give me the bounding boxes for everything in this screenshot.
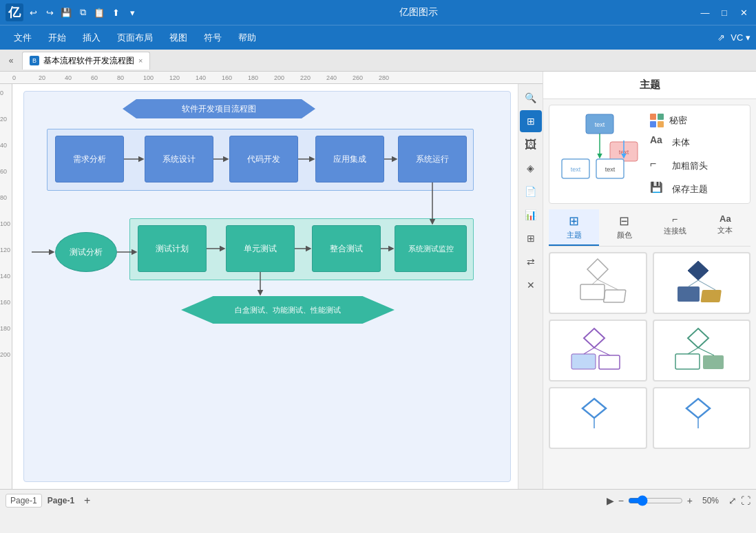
zoom-slider[interactable] [628, 495, 683, 506]
sidebar-chart-icon[interactable]: 📊 [520, 204, 542, 226]
theme-option-secret[interactable]: 秘密 [650, 114, 744, 127]
theme-options: 秘密 Aa 未体 ⌐ 加粗箭头 💾 保存主题 [650, 111, 744, 198]
node-system-design[interactable]: 系统设计 [145, 136, 213, 182]
canvas-area: 0 20 40 60 80 100 120 140 160 180 200 22… [0, 72, 543, 489]
horizontal-ruler: 0 20 40 60 80 100 120 140 160 180 200 22… [0, 72, 543, 84]
node-test-analysis[interactable]: 测试分析 [55, 232, 117, 272]
svg-text:text: text [571, 166, 581, 173]
zoom-in-button[interactable]: + [687, 495, 693, 506]
save-button[interactable]: 💾 [59, 6, 73, 19]
svg-rect-38 [703, 355, 724, 369]
theme-card-5[interactable] [549, 387, 647, 449]
theme-card-1[interactable] [549, 252, 647, 314]
toolbar-right-tools[interactable]: ⇗ VC ▾ [717, 32, 750, 43]
paste-button[interactable]: 📋 [92, 6, 106, 19]
zoom-out-button[interactable]: − [618, 495, 624, 506]
sidebar-theme-icon[interactable]: ⊞ [520, 110, 542, 132]
sidebar-search-icon[interactable]: 🔍 [520, 87, 542, 109]
tab-theme[interactable]: ⊞ 主题 [549, 209, 599, 246]
theme-card-4[interactable] [653, 320, 751, 382]
svg-line-34 [584, 348, 594, 354]
vc-button[interactable]: VC ▾ [731, 32, 750, 43]
theme-cards-row-2 [549, 320, 750, 382]
fullscreen-button[interactable]: ⛶ [741, 495, 750, 506]
theme-card-2[interactable] [653, 252, 751, 314]
tab-file-icon: B [30, 56, 39, 65]
menu-layout[interactable]: 页面布局 [109, 29, 161, 47]
menu-view[interactable]: 视图 [161, 29, 196, 47]
tab-flowchart[interactable]: B 基本流程软件开发流程图 × [22, 52, 150, 70]
menu-bar: 文件 开始 插入 页面布局 视图 符号 帮助 ⇗ VC ▾ [0, 25, 756, 50]
menu-symbol[interactable]: 符号 [196, 29, 230, 47]
node-unit-test[interactable]: 单元测试 [226, 225, 295, 272]
tab-expand-button[interactable]: « [3, 52, 19, 69]
node-system-run[interactable]: 系统运行 [398, 136, 467, 182]
sidebar-table-icon[interactable]: ⊞ [520, 227, 542, 249]
svg-line-35 [594, 348, 610, 355]
theme-option-default[interactable]: Aa 未体 [650, 134, 744, 151]
zoom-bar: ▶ − + 50% ⤢ ⛶ [607, 495, 750, 506]
sidebar-image-icon[interactable]: 🖼 [520, 134, 542, 156]
app-title: 亿图图示 [139, 6, 698, 19]
sidebar-page-icon[interactable]: 📄 [520, 180, 542, 202]
svg-rect-32 [571, 354, 596, 369]
svg-text:text: text [605, 166, 616, 173]
theme-cards-row-3 [549, 387, 750, 449]
canvas-wrapper: 0 20 40 60 80 100 120 140 160 180 200 软件… [0, 84, 543, 489]
node-code-dev[interactable]: 代码开发 [229, 136, 298, 182]
fit-page-button[interactable]: ⤢ [728, 495, 737, 506]
title-bar: 亿 ↩ ↪ 💾 ⧉ 📋 ⬆ ▾ 亿图图示 — □ ✕ [0, 0, 756, 25]
bold-arrow-icon: ⌐ [650, 158, 666, 174]
svg-marker-26 [688, 261, 708, 280]
copy-button[interactable]: ⧉ [76, 6, 90, 19]
menu-start[interactable]: 开始 [40, 29, 74, 47]
tab-text[interactable]: Aa 文本 [700, 209, 750, 246]
theme-option-save[interactable]: 💾 保存主题 [650, 181, 744, 198]
save-theme-icon: 💾 [650, 181, 666, 198]
theme-option-bold-arrow[interactable]: ⌐ 加粗箭头 [650, 158, 744, 174]
node-system-test-monitor[interactable]: 系统测试监控 [395, 225, 467, 272]
more-button[interactable]: ▾ [125, 6, 139, 19]
sidebar-close-icon[interactable]: ✕ [520, 274, 542, 296]
menu-help[interactable]: 帮助 [230, 29, 264, 47]
node-app-integration[interactable]: 应用集成 [315, 136, 384, 182]
tab-connector[interactable]: ⌐ 连接线 [650, 209, 700, 246]
svg-rect-28 [700, 290, 722, 302]
tab-close-button[interactable]: × [138, 56, 143, 65]
menu-file[interactable]: 文件 [6, 29, 40, 47]
svg-marker-31 [584, 328, 605, 348]
svg-line-30 [698, 280, 715, 290]
undo-button[interactable]: ↩ [26, 6, 40, 19]
page-label: Page-1 [48, 496, 74, 505]
export-button[interactable]: ⬆ [109, 6, 123, 19]
tab-color[interactable]: ⊟ 颜色 [599, 209, 649, 246]
svg-marker-21 [587, 259, 608, 280]
theme-card-3[interactable] [549, 320, 647, 382]
sidebar-layer-icon[interactable]: ◈ [520, 157, 542, 179]
panel-content: text text text text [543, 99, 756, 489]
maximize-button[interactable]: □ [717, 6, 731, 19]
add-page-button[interactable]: + [80, 494, 94, 507]
svg-text:text: text [595, 121, 605, 128]
theme-card-5-svg [556, 390, 639, 446]
play-button[interactable]: ▶ [607, 495, 614, 506]
node-requirements[interactable]: 需求分析 [55, 136, 124, 182]
right-panel: 主题 text text text text [543, 72, 756, 489]
close-button[interactable]: ✕ [737, 6, 750, 19]
theme-preview-area: text text text text [549, 105, 750, 204]
sidebar-transform-icon[interactable]: ⇄ [520, 251, 542, 273]
font-icon: Aa [650, 134, 666, 151]
diagram-canvas[interactable]: 软件开发项目流程图 需求分析 系统设计 代码开发 应用集成 系 [12, 84, 518, 489]
node-integration-test[interactable]: 整合测试 [312, 225, 381, 272]
menu-insert[interactable]: 插入 [74, 29, 109, 47]
theme-card-6[interactable] [653, 387, 751, 449]
tab-bar: « B 基本流程软件开发流程图 × [0, 50, 756, 72]
diagram-title: 软件开发项目流程图 [123, 99, 315, 118]
sidebar-icons: 🔍 ⊞ 🖼 ◈ 📄 📊 ⊞ ⇄ ✕ [518, 84, 543, 489]
page-selector[interactable]: Page-1 [6, 494, 42, 508]
redo-button[interactable]: ↪ [43, 6, 56, 19]
node-test-types[interactable]: 白盒测试、功能测试、性能测试 [181, 296, 395, 324]
minimize-button[interactable]: — [698, 6, 712, 19]
node-test-plan[interactable]: 测试计划 [138, 225, 207, 272]
title-left-controls: 亿 ↩ ↪ 💾 ⧉ 📋 ⬆ ▾ [6, 3, 139, 21]
